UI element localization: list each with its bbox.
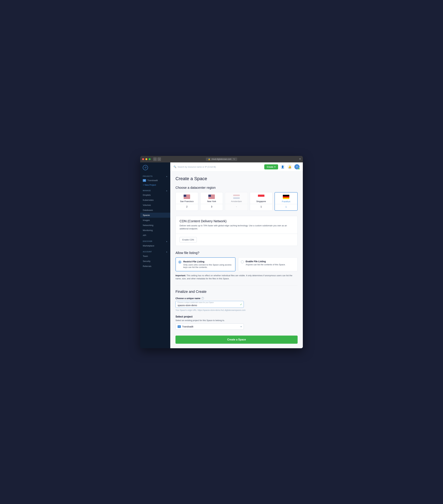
person-icon: 👤: [281, 165, 284, 168]
sidebar-item-referrals[interactable]: Referrals: [140, 264, 170, 269]
enable-cdn-button[interactable]: Enable CDN: [180, 237, 197, 242]
url-bar[interactable]: 🔒 cloud.digitalocean.com ↻: [206, 158, 237, 161]
create-button[interactable]: Create ▾: [264, 164, 278, 169]
discover-label: DISCOVER: [143, 240, 152, 242]
databases-label: Databases: [143, 209, 153, 211]
cdn-description: Deliver web assets up to 70% faster with…: [180, 224, 294, 230]
sidebar-item-databases[interactable]: Databases: [140, 208, 170, 213]
lock-icon: 🔒: [208, 158, 210, 160]
new-tab-button[interactable]: +: [299, 157, 301, 161]
images-label: Images: [143, 219, 150, 221]
dc-name-singapore: Singapore: [252, 200, 271, 203]
dc-number-singapore: 1: [252, 205, 271, 208]
page-title: Create a Space: [175, 176, 298, 181]
support-icon[interactable]: 👤: [280, 164, 285, 169]
datacenter-grid: San Francisco 2 New York 3 Amsterd: [175, 192, 298, 211]
manage-label: MANAGE: [143, 190, 151, 192]
projects-section-header: PROJECTS ▲: [140, 173, 170, 178]
flag-amsterdam: [233, 195, 240, 199]
enable-option-title: Enable File Listing: [246, 260, 286, 263]
close-button[interactable]: [142, 158, 144, 160]
api-label: API: [143, 234, 146, 236]
main-content: 🔍 Search by resource name or IP (Cmd+B) …: [170, 162, 303, 348]
dc-number-amsterdam: -: [227, 205, 246, 208]
cdn-body: Enable CDN: [176, 234, 297, 246]
discover-chevron: ▲: [166, 240, 168, 242]
dc-name-frankfurt: Frankfurt: [277, 200, 296, 203]
dc-name-amsterdam: Amsterdam: [227, 200, 246, 203]
sidebar-item-networking[interactable]: Networking: [140, 223, 170, 228]
file-listing-section: Allow file listing? Restrict File Listin…: [175, 251, 298, 280]
origin-url: Your Space's origin URL: https://spaces-…: [175, 309, 298, 311]
file-listing-title: Allow file listing?: [175, 251, 298, 255]
restrict-option-desc: Only users who connect to this Space usi…: [183, 264, 233, 269]
check-icon: ✓: [240, 303, 242, 306]
manage-section-header: MANAGE ▲: [140, 187, 170, 193]
app-body: ↺ PROJECTS ▲ Transloadit + New Project M…: [140, 162, 303, 348]
sidebar: ↺ PROJECTS ▲ Transloadit + New Project M…: [140, 162, 170, 348]
sidebar-item-kubernetes[interactable]: Kubernetes: [140, 198, 170, 203]
sidebar-item-security[interactable]: Security: [140, 259, 170, 264]
bell-icon: 🔔: [288, 165, 292, 168]
avatar[interactable]: T: [294, 164, 299, 169]
dc-card-san-francisco[interactable]: San Francisco 2: [175, 192, 198, 211]
back-button[interactable]: ‹: [153, 157, 157, 161]
finalize-section: Finalize and Create Choose a unique name…: [175, 289, 298, 344]
notifications-icon[interactable]: 🔔: [287, 164, 292, 169]
dc-number-new-york: 3: [202, 205, 221, 208]
help-icon[interactable]: ?: [201, 297, 204, 300]
marketplace-label: Marketplace: [143, 245, 154, 247]
create-space-label: Create a Space: [227, 338, 246, 341]
sidebar-item-api[interactable]: API: [140, 233, 170, 238]
unique-name-text: Choose a unique name: [175, 297, 200, 300]
create-space-button[interactable]: Create a Space: [175, 336, 298, 344]
manage-chevron: ▲: [166, 190, 168, 192]
dc-card-new-york[interactable]: New York 3: [200, 192, 223, 211]
cdn-header: CDN (Content Delivery Network) Deliver w…: [176, 216, 297, 234]
networking-label: Networking: [143, 224, 153, 226]
new-project-button[interactable]: + New Project: [140, 183, 170, 187]
cdn-section: CDN (Content Delivery Network) Deliver w…: [175, 216, 298, 246]
flag-san-francisco: [184, 195, 190, 199]
avatar-online-badge: [298, 168, 300, 170]
sidebar-item-spaces[interactable]: Spaces: [140, 213, 170, 218]
name-input-label: Choose a unique subdomain name for your …: [177, 302, 214, 303]
flag-singapore: [258, 195, 264, 199]
new-project-label: + New Project: [143, 184, 156, 186]
dc-divider-ff: [275, 204, 297, 204]
sidebar-item-droplets[interactable]: Droplets: [140, 193, 170, 198]
account-label: ACCOUNT: [143, 251, 152, 253]
sidebar-item-transloadit[interactable]: Transloadit: [140, 178, 170, 183]
restrict-file-listing-option[interactable]: Restrict File Listing Only users who con…: [175, 257, 236, 271]
sidebar-item-team[interactable]: Team: [140, 254, 170, 259]
sidebar-item-images[interactable]: Images: [140, 218, 170, 223]
enable-cdn-label: Enable CDN: [182, 238, 194, 241]
flag-frankfurt: [283, 195, 289, 199]
datacenter-section-title: Choose a datacenter region: [175, 186, 298, 190]
droplets-label: Droplets: [143, 194, 151, 196]
sidebar-item-marketplace[interactable]: Marketplace: [140, 243, 170, 248]
sidebar-item-volumes[interactable]: Volumes: [140, 203, 170, 208]
maximize-button[interactable]: [149, 158, 151, 160]
account-section-header: ACCOUNT ▲: [140, 248, 170, 254]
project-dropdown[interactable]: Transloadit ▾: [175, 324, 244, 330]
minimize-button[interactable]: [145, 158, 147, 160]
selected-project-name: Transloadit: [182, 325, 193, 328]
search-box[interactable]: 🔍 Search by resource name or IP (Cmd+B): [173, 165, 216, 168]
project-dropdown-left: Transloadit: [178, 325, 193, 328]
enable-file-listing-option[interactable]: Enable File Listing Anyone can list the …: [238, 257, 298, 271]
referrals-label: Referrals: [143, 265, 151, 268]
projects-label: PROJECTS: [143, 175, 152, 177]
dc-card-singapore[interactable]: Singapore 1: [250, 192, 273, 211]
dropdown-chevron-icon: ▾: [240, 325, 242, 328]
enable-radio: [241, 260, 244, 263]
forward-button[interactable]: ›: [157, 157, 161, 161]
finalize-title: Finalize and Create: [175, 289, 298, 294]
search-icon: 🔍: [173, 165, 176, 168]
dc-card-frankfurt[interactable]: Frankfurt 1: [275, 192, 298, 211]
select-project-title: Select project: [175, 315, 298, 318]
sidebar-item-monitoring[interactable]: Monitoring: [140, 228, 170, 233]
project-name-label: Transloadit: [147, 179, 158, 181]
unique-name-label: Choose a unique name ?: [175, 297, 298, 300]
url-text: cloud.digitalocean.com: [211, 158, 231, 160]
